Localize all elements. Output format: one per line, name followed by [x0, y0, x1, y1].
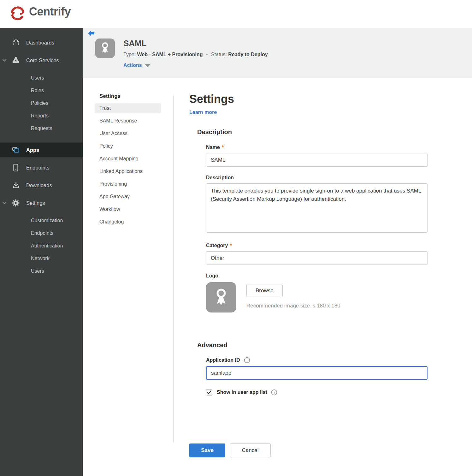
- actions-menu-button[interactable]: Actions: [123, 62, 268, 68]
- subnav-item-app-gateway[interactable]: App Gateway: [95, 192, 161, 202]
- sidebar-item-label: Dashboards: [26, 40, 54, 46]
- subnav-item-workflow[interactable]: Workflow: [95, 204, 161, 214]
- form-actions: Save Cancel: [189, 443, 445, 457]
- sidebar-item-roles[interactable]: Roles: [0, 84, 83, 97]
- category-input[interactable]: [206, 251, 428, 265]
- sidebar-item-settings[interactable]: Settings: [0, 195, 83, 211]
- category-field-group: Category*: [206, 242, 445, 265]
- gear-icon: [11, 199, 20, 207]
- chevron-down-icon: [145, 64, 150, 67]
- download-icon: [11, 181, 20, 189]
- sidebar-item-customization[interactable]: Customization: [0, 214, 83, 227]
- info-icon[interactable]: [271, 389, 277, 396]
- back-arrow-icon[interactable]: [88, 30, 95, 38]
- status-badge: Ready to Deploy: [228, 52, 268, 57]
- subnav-item-policy[interactable]: Policy: [95, 141, 161, 151]
- subnav-item-saml-response[interactable]: SAML Response: [95, 116, 161, 126]
- subnav-item-provisioning[interactable]: Provisioning: [95, 179, 161, 189]
- logo-preview: [206, 282, 236, 312]
- sidebar-item-label: Apps: [26, 147, 39, 153]
- save-button[interactable]: Save: [189, 443, 225, 457]
- sidebar-item-network[interactable]: Network: [0, 252, 83, 265]
- core-services-subgroup: Users Roles Policies Reports Requests: [0, 70, 83, 137]
- sidebar-item-users-settings[interactable]: Users: [0, 265, 83, 277]
- top-bar: Centrify ·: [0, 0, 472, 28]
- sidebar-item-users[interactable]: Users: [0, 72, 83, 84]
- logo-field-group: Logo: [206, 273, 445, 312]
- sidebar: Dashboards Core Services Users Roles: [0, 28, 83, 476]
- show-in-user-app-list-checkbox[interactable]: [206, 389, 212, 396]
- description-textarea[interactable]: This template enables you to provide sin…: [206, 183, 428, 233]
- dashboard-icon: [11, 39, 20, 47]
- centrify-swirl-icon: [9, 5, 26, 23]
- application-id-field-group: Application ID: [206, 357, 445, 380]
- required-asterisk: *: [222, 144, 224, 151]
- apps-icon: [11, 146, 20, 154]
- browse-button[interactable]: Browse: [246, 284, 283, 297]
- subnav-header: Settings: [95, 93, 173, 99]
- sidebar-item-core-services[interactable]: Core Services: [0, 53, 83, 68]
- sidebar-item-authentication[interactable]: Authentication: [0, 240, 83, 252]
- ribbon-award-icon: [212, 286, 231, 308]
- learn-more-link[interactable]: Learn more: [189, 110, 217, 115]
- description-label: Description: [206, 175, 234, 181]
- subnav-item-account-mapping[interactable]: Account Mapping: [95, 154, 161, 164]
- meta-separator: •: [206, 52, 208, 57]
- show-in-user-app-list-group: Show in user app list: [206, 389, 445, 396]
- chevron-down-icon[interactable]: [2, 59, 7, 62]
- show-in-user-app-list-label: Show in user app list: [217, 390, 267, 395]
- category-label: Category: [206, 243, 228, 248]
- subnav-item-changelog[interactable]: Changelog: [95, 217, 161, 227]
- sidebar-item-apps[interactable]: Apps: [0, 142, 83, 158]
- name-input[interactable]: [206, 153, 428, 167]
- sidebar-item-endpoints-settings[interactable]: Endpoints: [0, 227, 83, 240]
- brand-logo: Centrify ·: [9, 5, 73, 23]
- advanced-section-heading: Advanced: [197, 342, 445, 349]
- sidebar-item-endpoints[interactable]: Endpoints: [0, 160, 83, 175]
- application-id-input[interactable]: [206, 366, 428, 380]
- vertical-divider: [173, 95, 174, 443]
- logo-size-hint: Recommended image size is 180 x 180: [246, 303, 340, 309]
- subnav-item-trust[interactable]: Trust: [95, 103, 161, 113]
- info-icon[interactable]: [244, 357, 250, 363]
- description-field-group: Description This template enables you to…: [206, 175, 445, 234]
- brand-name: Centrify: [29, 5, 71, 18]
- sidebar-item-label: Core Services: [26, 57, 59, 63]
- chevron-down-icon[interactable]: [2, 201, 7, 205]
- subnav-item-user-access[interactable]: User Access: [95, 128, 161, 139]
- sidebar-item-label: Settings: [26, 200, 45, 206]
- ribbon-award-icon: [99, 41, 111, 56]
- logo-label: Logo: [206, 273, 218, 279]
- app-logo-badge: [95, 39, 115, 58]
- settings-form: Settings Learn more Description Name* De…: [189, 78, 445, 476]
- cancel-button[interactable]: Cancel: [230, 443, 271, 457]
- name-field-group: Name*: [206, 144, 445, 167]
- page-title: SAML: [123, 39, 268, 48]
- actions-label: Actions: [123, 62, 142, 68]
- sidebar-item-policies[interactable]: Policies: [0, 97, 83, 110]
- type-label: Type:: [123, 52, 136, 57]
- brand-trademark: ·: [71, 7, 73, 12]
- core-services-icon: [11, 56, 20, 64]
- status-label: Status:: [211, 52, 227, 57]
- section-title: Settings: [189, 92, 445, 106]
- application-id-label: Application ID: [206, 357, 240, 363]
- settings-subnav: Settings Trust SAML Response User Access…: [83, 78, 173, 476]
- app-header: SAML Type: Web - SAML + Provisioning • S…: [83, 28, 472, 78]
- description-section-heading: Description: [197, 128, 445, 136]
- sidebar-item-dashboards[interactable]: Dashboards: [0, 35, 83, 50]
- sidebar-item-reports[interactable]: Reports: [0, 110, 83, 122]
- settings-subgroup: Customization Endpoints Authentication N…: [0, 213, 83, 280]
- app-meta: Type: Web - SAML + Provisioning • Status…: [123, 52, 268, 57]
- name-label: Name: [206, 145, 220, 150]
- sidebar-item-label: Endpoints: [26, 165, 49, 171]
- mobile-device-icon: [11, 164, 20, 172]
- required-asterisk: *: [230, 242, 232, 249]
- sidebar-item-downloads[interactable]: Downloads: [0, 178, 83, 193]
- sidebar-item-label: Downloads: [26, 182, 52, 188]
- type-value: Web - SAML + Provisioning: [137, 52, 203, 57]
- subnav-item-linked-applications[interactable]: Linked Applications: [95, 166, 161, 176]
- sidebar-item-requests[interactable]: Requests: [0, 122, 83, 135]
